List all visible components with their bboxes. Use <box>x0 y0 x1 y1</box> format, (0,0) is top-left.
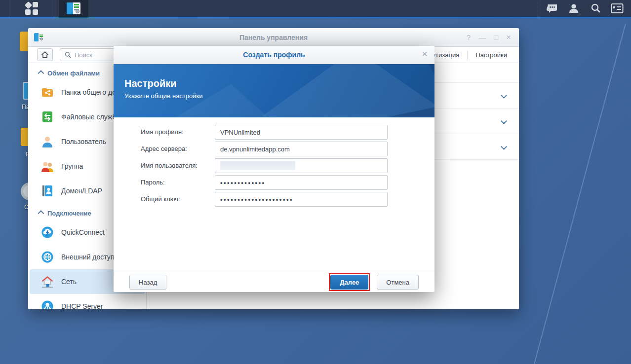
search-button[interactable] <box>585 0 606 18</box>
home-button[interactable] <box>37 48 53 61</box>
widgets-icon <box>611 3 624 14</box>
maximize-button[interactable]: □ <box>494 33 498 41</box>
dialog-banner: Настройки Укажите общие настройки <box>114 64 434 117</box>
search-icon <box>64 51 72 59</box>
search-icon <box>590 2 601 14</box>
banner-subheading: Укажите общие настройки <box>124 92 203 100</box>
chevron-down-icon <box>501 92 507 99</box>
user-menu-button[interactable] <box>563 0 585 18</box>
redacted-username <box>220 161 295 170</box>
banner-heading: Настройки <box>124 78 203 89</box>
sidebar-item-label: DHCP Server <box>61 302 103 309</box>
sidebar-item-dhcp-server[interactable]: DHCP Server <box>30 294 145 309</box>
sidebar-item-label: Домен/LDAP <box>61 187 102 195</box>
server-address-label: Адрес сервера: <box>141 142 215 156</box>
masked-shared-key: ••••••••••••••••••••• <box>220 196 293 203</box>
shared-key-label: Общий ключ: <box>141 192 215 207</box>
quickconnect-icon <box>40 225 54 239</box>
section-title: Подключение <box>47 210 91 217</box>
section-title: Обмен файлами <box>47 70 100 77</box>
cancel-button[interactable]: Отмена <box>377 275 419 290</box>
shared-folder-icon <box>40 85 54 99</box>
dialog-close-icon[interactable]: × <box>422 49 428 59</box>
back-button[interactable]: Назад <box>129 275 166 290</box>
chevron-up-icon <box>38 210 44 217</box>
dialog-form: Имя профиля: Адрес сервера: Имя пользова… <box>114 117 434 207</box>
profile-name-label: Имя профиля: <box>141 125 215 140</box>
group-icon <box>40 159 54 173</box>
domain-ldap-icon <box>40 184 54 198</box>
tab-settings[interactable]: Настройки <box>468 51 515 59</box>
masked-password: ••••••••••••• <box>220 179 266 186</box>
dialog-header[interactable]: Создать профиль × <box>114 46 434 64</box>
dialog-footer: Назад Далее Отмена <box>114 272 434 292</box>
window-titlebar[interactable]: Панель управления ? — □ × <box>28 28 519 47</box>
chevron-down-icon <box>501 144 507 150</box>
sidebar-item-label: Внешний доступ <box>61 253 114 261</box>
profile-name-input[interactable] <box>215 125 388 140</box>
password-label: Пароль: <box>141 175 215 190</box>
taskbar <box>0 0 631 18</box>
user-icon <box>40 135 54 148</box>
main-menu-button[interactable] <box>9 0 54 18</box>
sidebar-item-label: Сеть <box>61 278 77 286</box>
chevron-up-icon <box>38 70 44 76</box>
user-icon <box>568 2 580 14</box>
click-annotation-box: Далее <box>329 273 370 291</box>
window-app-icon <box>34 33 44 41</box>
content-tabs: рутизация Настройки <box>421 47 515 63</box>
sidebar-item-label: Пользователь <box>61 138 106 146</box>
help-button[interactable]: ? <box>467 33 471 41</box>
minimize-button[interactable]: — <box>478 33 486 41</box>
close-button[interactable]: × <box>506 33 511 42</box>
dialog-title: Создать профиль <box>243 51 305 59</box>
sidebar-item-label: Группа <box>61 162 83 170</box>
widgets-button[interactable] <box>606 0 628 18</box>
control-panel-app-icon <box>67 2 80 14</box>
home-icon <box>40 50 49 59</box>
dhcp-icon <box>40 299 54 309</box>
notifications-button[interactable] <box>541 0 563 18</box>
server-address-input[interactable] <box>215 142 388 156</box>
sidebar-item-label: QuickConnect <box>61 228 105 236</box>
external-access-icon <box>40 250 54 264</box>
create-profile-dialog: Создать профиль × Настройки Укажите общи… <box>114 46 434 292</box>
file-services-icon <box>40 110 54 124</box>
username-input[interactable] <box>215 158 388 173</box>
password-input[interactable]: ••••••••••••• <box>215 175 388 190</box>
username-label: Имя пользователя: <box>141 158 215 173</box>
next-button[interactable]: Далее <box>330 275 368 290</box>
chevron-down-icon <box>501 118 507 124</box>
window-title: Панель управления <box>28 34 519 41</box>
wallpaper-diagonal-line <box>528 23 626 364</box>
main-menu-icon <box>25 2 38 15</box>
network-icon <box>40 275 54 289</box>
taskbar-control-panel-button[interactable] <box>58 0 89 18</box>
sidebar-item-label: Файловые служб <box>61 113 116 121</box>
chat-icon <box>546 2 558 14</box>
shared-key-input[interactable]: ••••••••••••••••••••• <box>215 192 388 207</box>
sidebar-item-label: Папка общего до <box>61 88 116 96</box>
